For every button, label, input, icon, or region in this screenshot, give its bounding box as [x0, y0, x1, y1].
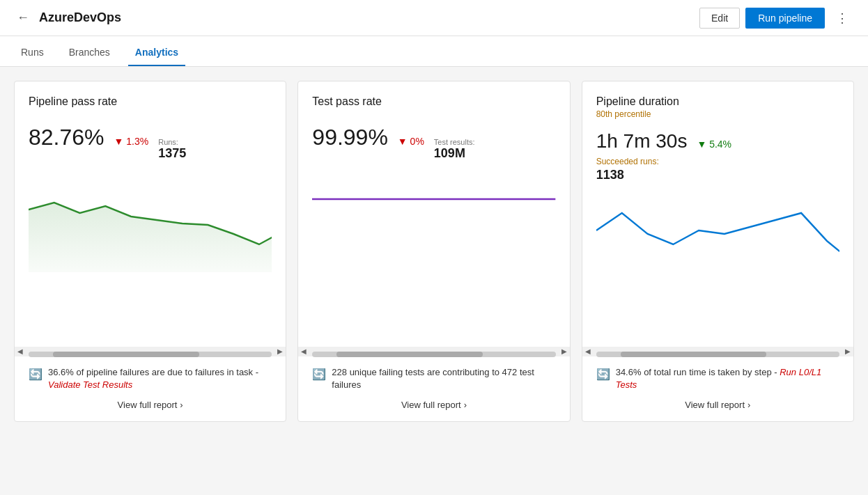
card-title-pipeline-pass-rate: Pipeline pass rate	[29, 95, 272, 108]
metric-row-2: 99.99% ▼ 0% Test results: 109M	[312, 125, 555, 161]
succeeded-value: 1138	[596, 168, 839, 182]
secondary-value-test: 109M	[434, 146, 465, 161]
tab-analytics[interactable]: Analytics	[128, 40, 185, 66]
tab-runs[interactable]: Runs	[14, 40, 51, 66]
insight-test: 🔄 228 unique failing tests are contribut…	[312, 366, 555, 391]
tab-branches[interactable]: Branches	[62, 40, 117, 66]
run-pipeline-button[interactable]: Run pipeline	[745, 8, 825, 29]
card-subtitle-duration: 80th percentile	[596, 109, 839, 119]
succeeded-label: Succeeded runs:	[596, 157, 839, 166]
metric-value-pipeline: 82.76%	[29, 125, 104, 150]
view-report-duration[interactable]: View full report ›	[596, 400, 839, 410]
insight-duration: 🔄 34.6% of total run time is taken by st…	[596, 366, 839, 391]
secondary-label-pipeline: Runs:	[158, 138, 178, 146]
insight-icon-pipeline: 🔄	[29, 367, 42, 382]
metric-change-test: ▼ 0%	[398, 136, 424, 147]
view-report-test[interactable]: View full report ›	[312, 400, 555, 410]
top-actions: Edit Run pipeline ⋮	[699, 8, 854, 29]
scrollbar-test[interactable]: ◀ ▶	[298, 347, 569, 356]
card-title-duration: Pipeline duration	[596, 95, 839, 108]
top-bar: ← AzureDevOps Edit Run pipeline ⋮	[0, 0, 868, 36]
metric-change-pipeline: ▼ 1.3%	[114, 136, 149, 147]
chart-duration	[596, 192, 839, 290]
card-footer-test: 🔄 228 unique failing tests are contribut…	[298, 356, 569, 421]
svg-marker-0	[29, 203, 272, 272]
nav-tabs: Runs Branches Analytics	[0, 36, 868, 67]
view-report-pipeline[interactable]: View full report ›	[29, 400, 272, 410]
metric-row-1: 82.76% ▼ 1.3% Runs: 1375	[29, 125, 272, 161]
app-title: AzureDevOps	[39, 10, 699, 25]
insight-pipeline: 🔄 36.6% of pipeline failures are due to …	[29, 366, 272, 391]
metric-change-duration: ▼ 5.4%	[697, 139, 731, 150]
main-content: Pipeline pass rate 82.76% ▼ 1.3% Runs: 1…	[0, 67, 868, 436]
insight-icon-test: 🔄	[312, 367, 326, 382]
pipeline-pass-rate-card: Pipeline pass rate 82.76% ▼ 1.3% Runs: 1…	[14, 81, 286, 422]
secondary-label-test: Test results:	[434, 138, 475, 146]
edit-button[interactable]: Edit	[699, 8, 740, 29]
metric-value-duration: 1h 7m 30s	[596, 130, 688, 152]
scrollbar-duration[interactable]: ◀ ▶	[582, 347, 853, 356]
metric-row-3: 1h 7m 30s ▼ 5.4%	[596, 130, 839, 152]
secondary-value-pipeline: 1375	[158, 146, 186, 161]
pipeline-duration-card: Pipeline duration 80th percentile 1h 7m …	[582, 81, 854, 422]
scrollbar-pipeline[interactable]: ◀ ▶	[15, 347, 286, 356]
metric-value-test: 99.99%	[312, 125, 388, 150]
chart-pipeline	[29, 175, 272, 272]
test-pass-rate-card: Test pass rate 99.99% ▼ 0% Test results:…	[297, 81, 570, 422]
insight-icon-duration: 🔄	[596, 367, 610, 382]
more-button[interactable]: ⋮	[830, 8, 854, 29]
chart-test	[312, 175, 555, 272]
card-title-test-pass-rate: Test pass rate	[312, 95, 555, 108]
card-footer-duration: 🔄 34.6% of total run time is taken by st…	[582, 356, 853, 421]
back-button[interactable]: ←	[14, 8, 32, 28]
card-footer-pipeline: 🔄 36.6% of pipeline failures are due to …	[15, 356, 286, 421]
